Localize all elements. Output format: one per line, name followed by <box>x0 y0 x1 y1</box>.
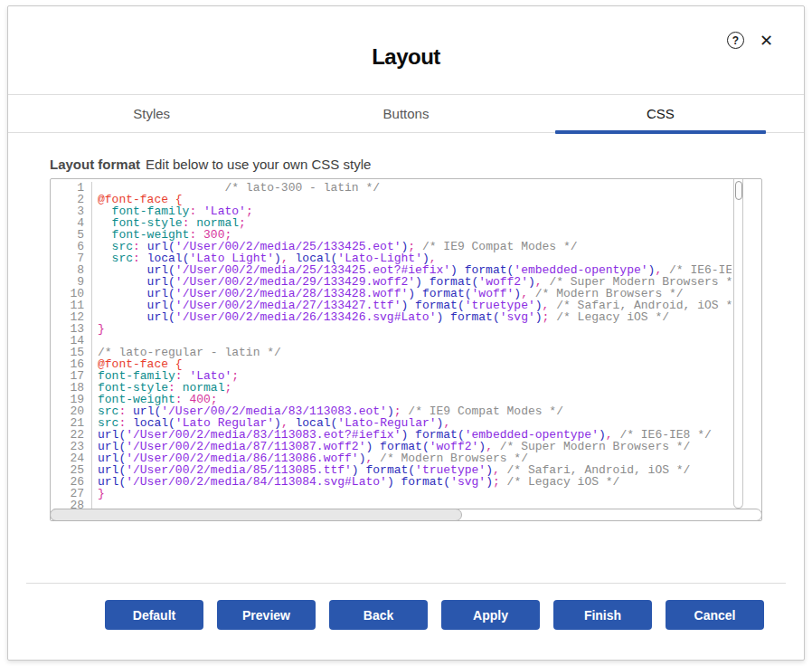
code-text[interactable]: } <box>98 488 732 500</box>
code-line[interactable]: 28 <box>51 500 732 509</box>
code-text[interactable]: font-family: 'Lato'; <box>98 205 732 217</box>
code-line[interactable]: 25url('/User/00/2/media/85/113085.ttf') … <box>51 464 732 476</box>
line-number: 3 <box>51 205 92 217</box>
code-text[interactable] <box>98 335 732 347</box>
dialog-controls: ? ✕ <box>727 32 773 49</box>
tab-buttons[interactable]: Buttons <box>279 95 533 132</box>
code-text[interactable]: @font-face { <box>98 194 732 205</box>
code-line[interactable]: 17font-family: 'Lato'; <box>51 370 732 382</box>
code-text[interactable]: src: url('/User/00/2/media/83/113083.eot… <box>98 405 732 417</box>
code-text[interactable]: url('/User/00/2/media/26/133426.svg#Lato… <box>98 311 732 323</box>
code-line[interactable]: 27} <box>51 488 732 500</box>
code-line[interactable]: 13} <box>51 323 732 335</box>
cancel-button[interactable]: Cancel <box>666 600 764 630</box>
code-text[interactable]: url('/User/00/2/media/87/113087.woff2') … <box>98 441 732 452</box>
code-line[interactable]: 6 src: url('/User/00/2/media/25/133425.e… <box>51 241 732 252</box>
code-line[interactable]: 22url('/User/00/2/media/83/113083.eot?#i… <box>51 429 732 441</box>
code-line[interactable]: 18font-style: normal; <box>51 382 732 394</box>
code-line[interactable]: 2@font-face { <box>51 194 732 205</box>
css-code-editor[interactable]: 1 /* lato-300 - latin */2@font-face {3 f… <box>50 178 762 521</box>
code-lines[interactable]: 1 /* lato-300 - latin */2@font-face {3 f… <box>51 179 732 509</box>
code-text[interactable]: font-weight: 300; <box>98 229 732 241</box>
page-title: Layout <box>8 44 804 70</box>
code-text[interactable]: url('/User/00/2/media/85/113085.ttf') fo… <box>98 464 732 476</box>
line-number: 4 <box>51 217 92 229</box>
help-icon[interactable]: ? <box>727 32 744 49</box>
code-text[interactable]: url('/User/00/2/media/83/113083.eot?#ief… <box>98 429 732 441</box>
tab-label: Styles <box>133 106 170 121</box>
editor-caption: Layout formatEdit below to use your own … <box>50 157 762 172</box>
layout-dialog: ? ✕ Layout Styles Buttons CSS Layout for… <box>7 5 805 661</box>
code-line[interactable]: 4 font-style: normal; <box>51 217 732 229</box>
code-line[interactable]: 20src: url('/User/00/2/media/83/113083.e… <box>51 405 732 417</box>
line-number: 8 <box>51 264 92 276</box>
code-text[interactable]: /* lato-300 - latin */ <box>98 182 732 194</box>
code-line[interactable]: 5 font-weight: 300; <box>51 229 732 241</box>
code-text[interactable]: url('/User/00/2/media/28/133428.woff') f… <box>98 288 732 300</box>
code-text[interactable]: url('/User/00/2/media/29/133429.woff2') … <box>98 276 732 288</box>
code-line[interactable]: 21src: local('Lato Regular'), local('Lat… <box>51 417 732 429</box>
code-text[interactable]: src: url('/User/00/2/media/25/133425.eot… <box>98 241 732 252</box>
code-text[interactable]: font-family: 'Lato'; <box>98 370 732 382</box>
line-number: 6 <box>51 241 92 252</box>
code-line[interactable]: 14 <box>51 335 732 347</box>
apply-button[interactable]: Apply <box>441 600 540 630</box>
preview-button[interactable]: Preview <box>217 600 316 630</box>
code-text[interactable]: font-style: normal; <box>98 382 732 394</box>
footer-buttons: Default Preview Back Apply Finish Cancel <box>8 584 804 630</box>
back-button[interactable]: Back <box>329 600 428 630</box>
tab-panel-css: Layout formatEdit below to use your own … <box>8 157 804 521</box>
code-line[interactable]: 23url('/User/00/2/media/87/113087.woff2'… <box>51 441 732 452</box>
code-text[interactable]: src: local('Lato Regular'), local('Lato-… <box>98 417 732 429</box>
line-number: 5 <box>51 229 92 241</box>
code-line[interactable]: 10 url('/User/00/2/media/28/133428.woff'… <box>51 288 732 300</box>
code-text[interactable]: font-weight: 400; <box>98 394 732 405</box>
vertical-scrollbar[interactable] <box>733 179 743 509</box>
code-line[interactable]: 1 /* lato-300 - latin */ <box>51 182 732 194</box>
finish-button[interactable]: Finish <box>553 600 652 630</box>
code-text[interactable]: src: local('Lato Light'), local('Lato-Li… <box>98 252 732 264</box>
code-line[interactable]: 11 url('/User/00/2/media/27/133427.ttf')… <box>51 300 732 311</box>
horizontal-scrollbar[interactable] <box>50 509 762 521</box>
editor-caption-title: Layout format <box>50 157 140 172</box>
code-line[interactable]: 24url('/User/00/2/media/86/113086.woff')… <box>51 452 732 464</box>
code-line[interactable]: 16@font-face { <box>51 358 732 370</box>
editor-caption-hint: Edit below to use your own CSS style <box>146 157 371 172</box>
code-line[interactable]: 19font-weight: 400; <box>51 394 732 405</box>
code-text[interactable]: } <box>98 323 732 335</box>
code-line[interactable]: 7 src: local('Lato Light'), local('Lato-… <box>51 252 732 264</box>
default-button[interactable]: Default <box>105 600 203 630</box>
code-text[interactable]: url('/User/00/2/media/86/113086.woff'), … <box>98 452 732 464</box>
tab-css[interactable]: CSS <box>533 95 788 132</box>
code-line[interactable]: 15/* lato-regular - latin */ <box>51 347 732 358</box>
tab-label: Buttons <box>383 106 430 121</box>
close-icon[interactable]: ✕ <box>760 33 773 49</box>
tab-styles[interactable]: Styles <box>24 95 279 132</box>
code-text[interactable]: font-style: normal; <box>98 217 732 229</box>
code-text[interactable]: url('/User/00/2/media/84/113084.svg#Lato… <box>98 476 732 488</box>
active-tab-underline <box>555 130 766 134</box>
line-number: 7 <box>51 252 92 264</box>
tab-bar: Styles Buttons CSS <box>8 94 804 133</box>
line-number: 2 <box>51 194 92 205</box>
vertical-scrollbar-thumb[interactable] <box>735 181 742 200</box>
code-text[interactable]: url('/User/00/2/media/25/133425.eot?#ief… <box>98 264 732 276</box>
code-text[interactable]: url('/User/00/2/media/27/133427.ttf') fo… <box>98 300 732 311</box>
code-text[interactable]: @font-face { <box>98 358 732 370</box>
code-line[interactable]: 3 font-family: 'Lato'; <box>51 205 732 217</box>
code-line[interactable]: 8 url('/User/00/2/media/25/133425.eot?#i… <box>51 264 732 276</box>
line-number: 28 <box>51 500 92 509</box>
tab-label: CSS <box>647 106 675 121</box>
line-number: 1 <box>51 182 92 194</box>
code-text[interactable] <box>98 500 732 509</box>
code-line[interactable]: 12 url('/User/00/2/media/26/133426.svg#L… <box>51 311 732 323</box>
horizontal-scrollbar-thumb[interactable] <box>50 509 462 521</box>
code-text[interactable]: /* lato-regular - latin */ <box>98 347 732 358</box>
code-line[interactable]: 9 url('/User/00/2/media/29/133429.woff2'… <box>51 276 732 288</box>
code-line[interactable]: 26url('/User/00/2/media/84/113084.svg#La… <box>51 476 732 488</box>
